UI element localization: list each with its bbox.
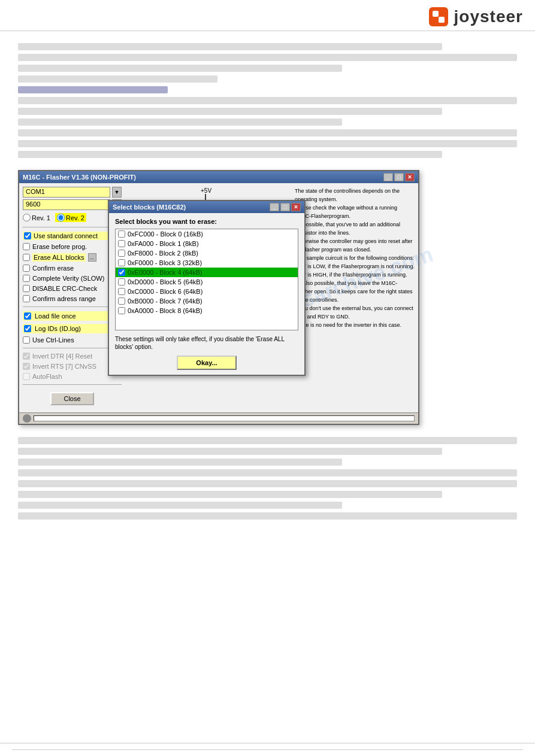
body-text-area-below: [18, 437, 517, 520]
block-item-7[interactable]: 0xB0000 - Block 7 (64kB): [116, 296, 298, 306]
right-panel-text: The state of the controllines depends on…: [295, 188, 415, 328]
ok-button[interactable]: Okay...: [177, 356, 236, 370]
block-label-7: 0xB0000 - Block 7 (64kB): [128, 297, 202, 305]
use-ctrl-lines-checkbox[interactable]: [23, 336, 30, 344]
erase-before-prog-label: Erase before prog.: [32, 243, 87, 250]
block-checkbox-7[interactable]: [118, 297, 125, 305]
block-item-4[interactable]: 0xE0000 - Block 4 (64kB): [116, 268, 298, 277]
body-text-area: [18, 43, 517, 158]
rev1-label: Rev. 1: [32, 214, 50, 221]
block-item-0[interactable]: 0xFC000 - Block 0 (16kB): [116, 229, 298, 239]
erase-before-prog-checkbox[interactable]: [23, 243, 30, 250]
select-blocks-dialog: Select blocks (M16C82) _ □ ✕ Select bloc…: [108, 200, 306, 376]
app-titlebar: M16C - Flasher V1.36 (NON-PROFIT) _ □ ✕: [19, 171, 418, 183]
close-btn[interactable]: ✕: [405, 173, 415, 181]
use-ctrl-lines-item: Use Ctrl-Lines: [23, 336, 122, 344]
block-item-8[interactable]: 0xA0000 - Block 8 (64kB): [116, 306, 298, 315]
rev1-radio[interactable]: Rev. 1: [23, 214, 50, 221]
dialog-minimize-btn[interactable]: _: [270, 203, 279, 211]
block-checkbox-3[interactable]: [118, 259, 125, 266]
text-line-1: [18, 43, 442, 50]
screenshot-area: M16C - Flasher V1.36 (NON-PROFIT) _ □ ✕ …: [18, 170, 517, 425]
right-panel: The state of the controllines depends on…: [295, 187, 415, 409]
svg-rect-0: [429, 7, 448, 26]
invert-rts-checkbox[interactable]: [23, 363, 30, 370]
separator-2: [23, 306, 122, 307]
block-list[interactable]: 0xFC000 - Block 0 (16kB)0xFA000 - Block …: [115, 229, 298, 330]
confirm-address-item: Confirm adress range: [23, 295, 122, 302]
below-line-7: [18, 502, 342, 509]
svg-rect-2: [439, 17, 445, 23]
rev2-radio[interactable]: Rev. 2: [55, 213, 86, 222]
text-link[interactable]: [18, 86, 168, 93]
rev1-radio-input[interactable]: [23, 214, 31, 221]
dialog-titlebar: Select blocks (M16C82) _ □ ✕: [109, 201, 304, 213]
header: joysteer: [0, 0, 535, 31]
confirm-erase-checkbox[interactable]: [23, 265, 30, 272]
block-item-2[interactable]: 0xF8000 - Block 2 (8kB): [116, 248, 298, 258]
block-checkbox-6[interactable]: [118, 288, 125, 295]
block-label-1: 0xFA000 - Block 1 (8kB): [128, 240, 199, 247]
confirm-address-checkbox[interactable]: [23, 295, 30, 302]
use-standard-connect-label: Use standard connect: [34, 232, 98, 239]
block-label-3: 0xF0000 - Block 3 (32kB): [128, 259, 202, 266]
left-panel: COM1 ▼ 9600 ▼: [23, 187, 122, 409]
dialog-close-btn[interactable]: ✕: [291, 203, 301, 211]
use-standard-connect-item: Use standard connect: [23, 232, 122, 240]
load-file-once-label: Load file once: [34, 312, 77, 320]
dialog-maximize-btn[interactable]: □: [280, 203, 290, 211]
autoflash-checkbox[interactable]: [23, 373, 30, 380]
minimize-btn[interactable]: _: [383, 173, 393, 181]
log-ids-checkbox[interactable]: [24, 325, 31, 332]
block-checkbox-5[interactable]: [118, 278, 125, 286]
block-checkbox-1[interactable]: [118, 240, 125, 247]
baud-rate-dropdown[interactable]: 9600: [23, 199, 110, 210]
logo-icon: [428, 6, 449, 28]
separator-4: [23, 384, 122, 385]
erase-all-blocks-checkbox[interactable]: [23, 254, 30, 261]
svg-text:+5V: +5V: [201, 187, 211, 194]
rev-radio-group: Rev. 1 Rev. 2: [23, 213, 122, 222]
block-label-6: 0xC0000 - Block 6 (64kB): [128, 288, 202, 295]
separator-1: [23, 227, 122, 227]
erase-all-blocks-label: Erase ALL blocks: [32, 253, 86, 262]
block-label-8: 0xA0000 - Block 8 (64kB): [128, 307, 202, 314]
block-checkbox-0[interactable]: [118, 230, 125, 238]
text-line-5: [18, 97, 517, 104]
maximize-btn[interactable]: □: [394, 173, 404, 181]
rev2-radio-input[interactable]: [57, 214, 65, 221]
text-line-2: [18, 54, 517, 61]
block-item-5[interactable]: 0xD0000 - Block 5 (64kB): [116, 277, 298, 287]
text-line-4: [18, 75, 217, 83]
use-standard-connect-checkbox[interactable]: [24, 232, 31, 239]
erase-all-arrow[interactable]: ...: [88, 253, 96, 262]
disable-crc-label: DISABLE CRC-Check: [32, 285, 97, 292]
close-button[interactable]: Close: [50, 392, 93, 405]
complete-verity-checkbox[interactable]: [23, 275, 30, 282]
disable-crc-checkbox[interactable]: [23, 285, 30, 292]
autoflash-item: AutoFlash: [23, 373, 122, 380]
com-port-dropdown[interactable]: COM1: [23, 187, 110, 198]
separator-3: [23, 348, 122, 348]
block-checkbox-2[interactable]: [118, 250, 125, 257]
text-line-9: [18, 140, 517, 147]
main-content: M16C - Flasher V1.36 (NON-PROFIT) _ □ ✕ …: [0, 31, 535, 544]
status-indicator: [23, 414, 31, 423]
invert-dtr-checkbox[interactable]: [23, 353, 30, 360]
block-checkbox-8[interactable]: [118, 307, 125, 314]
block-item-6[interactable]: 0xC0000 - Block 6 (64kB): [116, 287, 298, 296]
block-label-2: 0xF8000 - Block 2 (8kB): [128, 250, 198, 257]
below-line-8: [18, 512, 517, 520]
load-file-once-checkbox[interactable]: [24, 312, 31, 320]
below-line-6: [18, 491, 442, 498]
block-checkbox-4[interactable]: [118, 269, 125, 276]
text-line-7: [18, 119, 342, 126]
below-line-1: [18, 437, 517, 444]
status-progress-bar: [34, 415, 415, 421]
block-item-3[interactable]: 0xF0000 - Block 3 (32kB): [116, 258, 298, 268]
log-ids-label: Log IDs (ID.log): [34, 324, 82, 333]
com-port-arrow[interactable]: ▼: [112, 187, 122, 198]
below-line-4: [18, 469, 517, 476]
below-line-5: [18, 480, 517, 487]
block-item-1[interactable]: 0xFA000 - Block 1 (8kB): [116, 239, 298, 248]
